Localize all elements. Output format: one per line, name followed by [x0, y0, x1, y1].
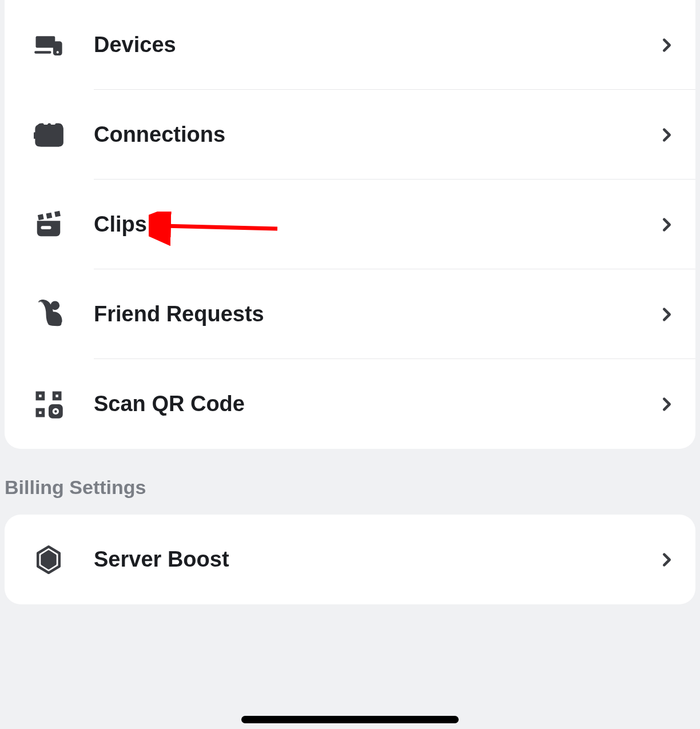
chevron-right-icon: [659, 37, 675, 53]
clapperboard-icon: [33, 209, 64, 240]
settings-item-label: Clips: [94, 212, 659, 237]
wave-icon: [33, 299, 64, 330]
settings-item-label: Devices: [94, 33, 659, 57]
settings-item-scan-qr[interactable]: Scan QR Code: [5, 359, 695, 449]
chevron-right-icon: [659, 396, 675, 412]
settings-item-label: Friend Requests: [94, 302, 659, 326]
devices-icon: [33, 30, 64, 61]
billing-section-header: Billing Settings: [0, 449, 700, 515]
plug-icon: [33, 119, 64, 150]
svg-rect-7: [41, 226, 51, 229]
settings-item-label: Connections: [94, 122, 659, 147]
chevron-right-icon: [659, 127, 675, 143]
qr-icon: [33, 389, 64, 420]
svg-point-2: [57, 51, 59, 53]
chevron-right-icon: [659, 306, 675, 322]
svg-point-11: [54, 410, 57, 413]
settings-item-connections[interactable]: Connections: [5, 90, 695, 180]
svg-rect-0: [34, 51, 51, 54]
settings-item-label: Scan QR Code: [94, 392, 659, 416]
billing-card: Server Boost: [5, 515, 695, 604]
chevron-right-icon: [659, 552, 675, 568]
settings-item-friend-requests[interactable]: Friend Requests: [5, 269, 695, 359]
billing-item-server-boost[interactable]: Server Boost: [5, 515, 695, 604]
boost-icon: [33, 544, 64, 575]
home-indicator: [241, 716, 459, 723]
settings-item-devices[interactable]: Devices: [5, 0, 695, 90]
settings-card: Devices Connections: [5, 0, 695, 449]
settings-item-clips[interactable]: Clips: [5, 180, 695, 269]
billing-item-label: Server Boost: [94, 547, 659, 572]
chevron-right-icon: [659, 217, 675, 233]
